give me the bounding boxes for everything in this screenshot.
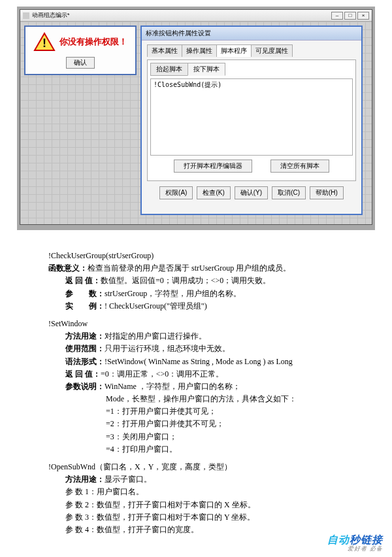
dialog-button-row: 权限(A) 检查(K) 确认(Y) 取消(C) 帮助(H) [147, 186, 356, 199]
clear-script-button[interactable]: 清空所有脚本 [270, 160, 329, 173]
value-return: 数值型。返回值=0；调用成功；<>0；调用失败。 [101, 276, 270, 285]
warning-popup: ! 你没有操作权限！ 确认 [24, 25, 137, 75]
screenshot-frame: 动画组态编示* – □ × ! 你没有操作权限！ 确认 标准按钮构件属性设置 [17, 7, 375, 230]
dialog-title: 标准按钮构件属性设置 [142, 27, 361, 41]
label-example: 实 例： [65, 301, 105, 311]
window-controls: – □ × [331, 12, 369, 20]
fn-opensubwnd-sig: !OpenSubWnd（窗口名，X，Y，宽度，高度，类型） [48, 461, 359, 473]
script-panel: 抬起脚本 按下脚本 !CloseSubWnd(提示) 打开脚本程序编辑器 清空所… [147, 59, 356, 181]
minimize-button[interactable]: – [331, 12, 343, 20]
param2: 参 数 2：数值型，打开子窗口相对于本窗口的 X 坐标。 [48, 499, 359, 511]
subtab-down-script[interactable]: 按下脚本 [188, 63, 225, 76]
app-title: 动画组态编示* [32, 11, 331, 20]
mode-1: =1：打开用户窗口并使其可见； [48, 405, 359, 418]
mode-3: =3：关闭用户窗口； [48, 431, 359, 443]
close-button[interactable]: × [357, 12, 369, 20]
help-button[interactable]: 帮助(H) [310, 186, 344, 199]
label-use: 方法用途： [65, 331, 105, 341]
warning-text: 你没有操作权限！ [59, 36, 127, 48]
value-params2: WinName ，字符型，用户窗口的名称； [105, 382, 240, 391]
subtab-up-script[interactable]: 抬起脚本 [150, 63, 188, 76]
mode-desc: Mode，长整型，操作用户窗口的方法，具体含义如下： [48, 393, 359, 405]
label-return: 返 回 值： [65, 276, 101, 285]
value-meaning: 检查当前登录的用户是否属于 strUserGroup 用户组的成员。 [88, 263, 291, 273]
ok-button[interactable]: 确认(Y) [235, 186, 268, 199]
value-syntax: !SetWindow( WinName as String , Mode as … [105, 357, 293, 366]
watermark-sub: 爱好者 必备 [327, 545, 383, 553]
label-use3: 方法用途： [65, 475, 105, 484]
app-titlebar: 动画组态编示* – □ × [20, 10, 372, 22]
app-window: 动画组态编示* – □ × ! 你没有操作权限！ 确认 标准按钮构件属性设置 [20, 9, 372, 225]
param1: 参 数 1：用户窗口名。 [48, 486, 359, 498]
tab-script[interactable]: 脚本程序 [216, 44, 252, 57]
tab-basic[interactable]: 基本属性 [147, 44, 182, 57]
label-meaning: 函数意义： [48, 263, 88, 273]
label-param: 参 数： [65, 289, 105, 298]
mode-2: =2：打开用户窗口并使其不可见； [48, 418, 359, 430]
fn-setwindow-sig: !SetWindow [48, 318, 359, 330]
value-return2: =0：调用正常，<>0：调用不正常。 [101, 369, 223, 379]
cancel-button[interactable]: 取消(C) [272, 186, 306, 199]
value-example: ! CheckUserGroup("管理员组") [105, 301, 207, 311]
maximize-button[interactable]: □ [344, 12, 356, 20]
label-syntax: 语法形式： [65, 357, 105, 366]
watermark-part1: 自动 [327, 534, 350, 545]
value-use3: 显示子窗口。 [105, 475, 152, 484]
warning-icon: ! [33, 32, 56, 52]
script-textarea[interactable]: !CloseSubWnd(提示) [150, 78, 353, 156]
tab-visibility[interactable]: 可见度属性 [251, 44, 293, 57]
label-scope: 使用范围： [65, 344, 105, 353]
watermark: 自动秒链接 爱好者 必备 [327, 533, 383, 553]
permission-button[interactable]: 权限(A) [159, 186, 193, 199]
value-param: strUserGroup，字符型，用户组的名称。 [105, 289, 241, 298]
property-dialog: 标准按钮构件属性设置 基本属性 操作属性 脚本程序 可见度属性 抬起脚本 按下脚… [140, 25, 363, 215]
param3: 参 数 3：数值型，打开子窗口相对于本窗口的 Y 坐标。 [48, 511, 359, 524]
label-params2: 参数说明： [65, 382, 105, 391]
design-canvas: ! 你没有操作权限！ 确认 标准按钮构件属性设置 基本属性 操作属性 脚本程序 … [20, 22, 372, 224]
check-button[interactable]: 检查(K) [197, 186, 230, 199]
svg-text:!: ! [42, 37, 46, 50]
confirm-button[interactable]: 确认 [66, 57, 95, 69]
fn-checkusergroup-sig: !CheckUserGroup(strUserGroup) [48, 250, 359, 262]
tab-operation[interactable]: 操作属性 [182, 44, 217, 57]
tabstrip-main: 基本属性 操作属性 脚本程序 可见度属性 [147, 44, 356, 57]
watermark-part2: 秒链接 [350, 534, 383, 545]
app-icon [23, 12, 29, 19]
documentation-text: !CheckUserGroup(strUserGroup) 函数意义：检查当前登… [48, 250, 359, 536]
mode-4: =4：打印用户窗口。 [48, 443, 359, 456]
open-editor-button[interactable]: 打开脚本程序编辑器 [174, 160, 252, 173]
subtabstrip: 抬起脚本 按下脚本 [150, 63, 353, 76]
label-return2: 返 回 值： [65, 369, 101, 379]
value-scope: 只用于运行环境，组态环境中无效。 [105, 344, 230, 353]
value-use: 对指定的用户窗口进行操作。 [105, 331, 206, 341]
param4: 参 数 4：数值型，打开子窗口的宽度。 [48, 524, 359, 536]
